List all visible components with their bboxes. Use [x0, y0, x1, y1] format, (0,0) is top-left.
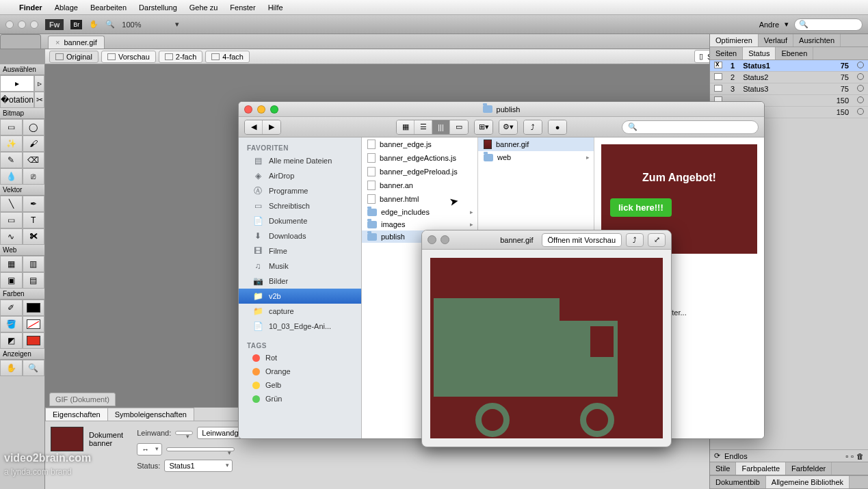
- column-view-button[interactable]: |||: [432, 120, 450, 134]
- visibility-toggle[interactable]: [714, 62, 722, 68]
- open-with-preview-button[interactable]: Öffnen mit Vorschau: [542, 233, 622, 247]
- hotspot-tool[interactable]: ▦: [0, 256, 23, 272]
- close-tab-icon[interactable]: ×: [55, 38, 60, 47]
- eyedropper-tool[interactable]: ✐: [0, 300, 23, 316]
- sidebar-item-filme[interactable]: 🎞Filme: [239, 243, 361, 259]
- sidebar-item-airdrop[interactable]: ◈AirDrop: [239, 168, 361, 183]
- sidebar-item-10-03-edge-ani-[interactable]: 📄10_03_Edge-Ani...: [239, 319, 361, 334]
- show-tool[interactable]: ▤: [23, 272, 45, 289]
- new-state-icon[interactable]: ▫: [845, 452, 848, 460]
- line-tool[interactable]: ╲: [0, 196, 23, 212]
- screen-mode-tool[interactable]: ✋: [0, 360, 23, 376]
- crop-tool[interactable]: ✂: [34, 92, 44, 108]
- user-menu[interactable]: Andre: [759, 21, 779, 29]
- finder-titlebar[interactable]: publish: [239, 102, 764, 117]
- tag-gelb[interactable]: Gelb: [239, 378, 361, 392]
- file-item[interactable]: banner.an: [362, 179, 477, 192]
- share-button[interactable]: ⤴: [626, 233, 644, 247]
- close-button[interactable]: [428, 235, 436, 244]
- delete-state-icon[interactable]: 🗑: [856, 452, 864, 460]
- share-button[interactable]: ⤴: [524, 120, 542, 134]
- sidebar-item-capture[interactable]: 📁capture: [239, 304, 361, 319]
- tab-allgemeine-bib[interactable]: Allgemeine Bibliothek: [766, 476, 850, 488]
- view-4fach-button[interactable]: 4-fach: [205, 51, 250, 63]
- knife-tool[interactable]: ✀: [23, 228, 45, 245]
- bridge-badge[interactable]: Br: [70, 20, 82, 29]
- arrange-button[interactable]: ⊞▾: [475, 120, 492, 134]
- file-item[interactable]: banner.html: [362, 192, 477, 206]
- bucket-tool[interactable]: 🪣: [0, 316, 23, 332]
- stamp-tool[interactable]: ⎚: [23, 168, 45, 185]
- freeform-tool[interactable]: ∿: [0, 228, 23, 245]
- tab-farbpalette[interactable]: Farbpalette: [736, 462, 786, 475]
- status-row[interactable]: 1Status175: [710, 60, 868, 72]
- pointer-tool[interactable]: ▸: [0, 75, 34, 92]
- sidebar-item-bilder[interactable]: 📷Bilder: [239, 274, 361, 289]
- close-button[interactable]: [244, 105, 252, 114]
- fullscreen-button[interactable]: [270, 105, 278, 114]
- zoom-dropdown[interactable]: 100%▾: [122, 20, 179, 29]
- hide-tool[interactable]: ▣: [0, 272, 23, 289]
- menu-hilfe[interactable]: Hilfe: [268, 3, 283, 12]
- rect-tool[interactable]: ▭: [0, 212, 23, 228]
- back-button[interactable]: ◀: [245, 120, 263, 134]
- file-item[interactable]: banner_edgePreload.js: [362, 165, 477, 179]
- close-button[interactable]: [5, 21, 14, 29]
- menu-fenster[interactable]: Fenster: [230, 3, 255, 12]
- menu-gehezu[interactable]: Gehe zu: [189, 3, 218, 12]
- coverflow-view-button[interactable]: ▭: [450, 120, 468, 134]
- minimize-button[interactable]: [257, 105, 265, 114]
- status-dropdown[interactable]: Status1: [164, 460, 233, 472]
- finder-search-input[interactable]: 🔍: [622, 120, 759, 134]
- list-view-button[interactable]: ☰: [415, 120, 432, 134]
- tab-ausrichten[interactable]: Ausrichten: [793, 34, 841, 47]
- default-colors[interactable]: ◩: [0, 332, 23, 349]
- file-item[interactable]: banner_edgeActions.js: [362, 151, 477, 165]
- eraser-tool[interactable]: ⌫: [23, 152, 45, 168]
- zoom-button[interactable]: [30, 21, 38, 29]
- stroke-color[interactable]: [23, 300, 45, 316]
- sidebar-item-musik[interactable]: ♫Musik: [239, 259, 361, 274]
- tab-dokumentbib[interactable]: Dokumentbib: [710, 476, 766, 488]
- duplicate-state-icon[interactable]: ▫: [851, 452, 854, 460]
- lasso-tool[interactable]: ◯: [23, 119, 45, 135]
- sidebar-item-alle-meine-dateien[interactable]: ▤Alle meine Dateien: [239, 153, 361, 168]
- action-button[interactable]: ⚙▾: [499, 120, 517, 134]
- blur-tool[interactable]: 💧: [0, 168, 23, 185]
- tab-symboleigenschaften[interactable]: Symboleigenschaften: [107, 408, 194, 421]
- sidebar-item-downloads[interactable]: ⬇Downloads: [239, 228, 361, 243]
- sidebar-item-schreibtisch[interactable]: ▭Schreibtisch: [239, 198, 361, 213]
- text-tool[interactable]: T: [23, 212, 45, 228]
- search-input[interactable]: 🔍: [794, 18, 863, 31]
- finder-menu[interactable]: Finder: [19, 3, 42, 12]
- brush-tool[interactable]: 🖌: [23, 135, 45, 152]
- tab-verlauf[interactable]: Verlauf: [759, 34, 793, 47]
- menu-bearbeiten[interactable]: Bearbeiten: [90, 3, 127, 12]
- tag-grün[interactable]: Grün: [239, 392, 361, 406]
- status-row[interactable]: 2Status275: [710, 72, 868, 83]
- fit-canvas-button[interactable]: ↔: [137, 443, 162, 455]
- hand-tool-icon[interactable]: ✋: [89, 20, 98, 29]
- visibility-toggle[interactable]: [714, 85, 722, 92]
- tag-rot[interactable]: Rot: [239, 351, 361, 365]
- view-vorschau-button[interactable]: Vorschau: [101, 51, 156, 63]
- file-item[interactable]: banner.gif: [478, 137, 594, 151]
- slice-tool[interactable]: ▥: [23, 256, 45, 272]
- visibility-toggle[interactable]: [714, 73, 722, 80]
- view-original-button[interactable]: Original: [49, 51, 98, 63]
- forward-button[interactable]: ▶: [263, 120, 280, 134]
- view-2fach-button[interactable]: 2-fach: [159, 51, 203, 63]
- fullscreen-button[interactable]: ⤢: [648, 233, 666, 247]
- sidebar-item-dokumente[interactable]: 📄Dokumente: [239, 213, 361, 228]
- file-item[interactable]: edge_includes: [362, 206, 477, 218]
- pencil-tool[interactable]: ✎: [0, 152, 23, 168]
- menu-ablage[interactable]: Ablage: [55, 3, 78, 12]
- swap-colors[interactable]: [23, 332, 45, 349]
- tags-button[interactable]: ●: [549, 120, 566, 134]
- subselect-tool[interactable]: ▹: [34, 75, 44, 92]
- sidebar-item-v2b[interactable]: 📁v2b: [239, 289, 361, 304]
- tab-stile[interactable]: Stile: [710, 462, 736, 475]
- tab-seiten[interactable]: Seiten: [710, 47, 743, 60]
- wand-tool[interactable]: ✨: [0, 135, 23, 152]
- canvas-color-picker[interactable]: [175, 431, 193, 435]
